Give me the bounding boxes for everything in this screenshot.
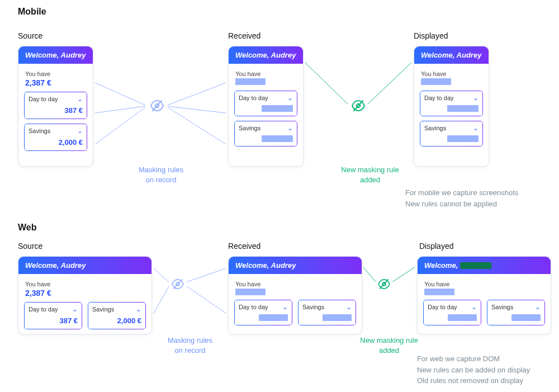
chevron-down-icon: ⌄	[346, 303, 352, 311]
account-name: Savings	[92, 306, 114, 313]
you-have-label: You have	[235, 281, 355, 287]
header-text: Welcome, Audrey	[25, 261, 86, 270]
total-amount: 2,387 €	[25, 78, 86, 87]
caption-masking-on-record: Masking rules on record	[122, 165, 200, 185]
chevron-down-icon: ⌄	[287, 124, 293, 132]
chevron-down-icon: ⌄	[287, 94, 293, 102]
account-box: Savings⌄	[234, 121, 297, 147]
caption-new-rule-web: New masking rule added	[344, 336, 434, 355]
masked-value	[448, 314, 477, 321]
svg-line-15	[368, 63, 411, 104]
header-text: Welcome, Audrey	[235, 261, 296, 270]
web-received-card: Welcome, Audrey You have Day to day⌄ Sav…	[228, 256, 362, 334]
you-have-label: You have	[25, 70, 86, 77]
masked-value	[447, 135, 479, 142]
masked-value	[511, 314, 541, 321]
account-name: Savings	[491, 304, 513, 310]
masked-total	[235, 78, 266, 85]
account-box: Day to day⌄	[234, 91, 297, 116]
account-box: Day to day⌄ 387 €	[24, 302, 82, 329]
chevron-down-icon: ⌄	[136, 305, 141, 313]
svg-line-21	[392, 267, 415, 282]
col-displayed-mobile: Displayed	[414, 31, 448, 40]
account-name: Savings	[424, 125, 446, 131]
web-source-card: Welcome, Audrey You have 2,387 € Day to …	[18, 256, 152, 334]
chevron-down-icon: ⌄	[72, 305, 78, 313]
annotation-web: For web we capture DOM New rules can be …	[417, 353, 530, 386]
col-source-mobile: Source	[18, 31, 42, 40]
account-box: Day to day⌄ 387 €	[24, 92, 87, 119]
eye-slash-icon	[351, 100, 366, 112]
account-name: Day to day	[239, 304, 268, 310]
account-value: 387 €	[29, 106, 83, 115]
mobile-displayed-card: Welcome, Audrey You have Day to day⌄ Sav…	[414, 46, 489, 167]
masked-value	[323, 314, 352, 321]
masked-value	[447, 105, 479, 112]
col-displayed-web: Displayed	[419, 242, 453, 251]
you-have-label: You have	[235, 70, 296, 77]
account-name: Savings	[29, 127, 50, 134]
annotation-mobile: For mobile we capture screenshots New ru…	[405, 187, 518, 209]
svg-line-20	[363, 267, 376, 282]
eye-slash-icon	[150, 100, 164, 112]
caption-new-rule: New masking rule added	[325, 165, 415, 185]
header-text: Welcome, Audrey	[235, 51, 296, 59]
mobile-source-card: Welcome, Audrey You have 2,387 € Day to …	[18, 46, 93, 167]
chevron-down-icon: ⌄	[77, 127, 83, 135]
account-name: Day to day	[239, 95, 268, 101]
svg-line-11	[168, 83, 226, 105]
svg-line-10	[95, 107, 145, 144]
masked-total	[424, 289, 454, 295]
svg-line-16	[154, 268, 169, 282]
masked-value	[262, 105, 293, 112]
masked-name	[460, 262, 491, 269]
mobile-received-card: Welcome, Audrey You have Day to day⌄ Sav…	[228, 46, 304, 167]
svg-line-8	[95, 83, 145, 105]
svg-line-17	[154, 286, 169, 313]
header-text: Welcome, Audrey	[25, 51, 86, 59]
web-displayed-card: Welcome, You have Day to day⌄ Savings⌄	[417, 256, 551, 334]
total-amount: 2,387 €	[25, 289, 145, 297]
card-header: Welcome,	[418, 257, 551, 274]
chevron-down-icon: ⌄	[473, 124, 479, 132]
col-received-web: Received	[228, 242, 260, 251]
svg-line-9	[95, 106, 145, 113]
you-have-label: You have	[421, 70, 482, 77]
account-name: Savings	[302, 304, 324, 310]
svg-line-14	[305, 63, 348, 104]
card-header: Welcome, Audrey	[18, 46, 93, 64]
caption-masking-on-record-web: Masking rules on record	[151, 336, 229, 355]
account-value: 2,000 €	[92, 317, 141, 325]
account-name: Day to day	[428, 304, 457, 310]
you-have-label: You have	[424, 281, 544, 287]
you-have-label: You have	[25, 281, 145, 287]
col-received-mobile: Received	[228, 31, 260, 40]
section-title-mobile: Mobile	[18, 7, 46, 17]
eye-slash-icon	[171, 278, 184, 290]
masked-total	[421, 78, 451, 85]
masked-value	[259, 314, 288, 321]
account-name: Savings	[239, 125, 260, 131]
chevron-down-icon: ⌄	[282, 303, 288, 311]
svg-line-12	[168, 106, 226, 113]
account-box: Day to day⌄	[420, 91, 483, 116]
account-box: Savings⌄	[298, 300, 356, 325]
svg-line-18	[187, 268, 226, 282]
header-prefix: Welcome,	[424, 261, 458, 270]
card-header: Welcome, Audrey	[18, 257, 151, 274]
card-header: Welcome, Audrey	[229, 257, 362, 274]
masked-value	[262, 135, 293, 142]
account-box: Day to day⌄	[423, 300, 481, 325]
masked-total	[235, 289, 266, 295]
account-box: Savings⌄ 2,000 €	[24, 124, 87, 151]
account-name: Day to day	[29, 96, 58, 102]
header-text: Welcome, Audrey	[421, 51, 481, 59]
eye-slash-icon	[377, 278, 391, 290]
chevron-down-icon: ⌄	[473, 94, 479, 102]
account-box: Savings⌄ 2,000 €	[88, 302, 146, 329]
chevron-down-icon: ⌄	[535, 303, 541, 311]
account-value: 387 €	[29, 317, 78, 325]
account-name: Day to day	[424, 95, 454, 101]
chevron-down-icon: ⌄	[471, 303, 477, 311]
card-header: Welcome, Audrey	[229, 46, 303, 64]
